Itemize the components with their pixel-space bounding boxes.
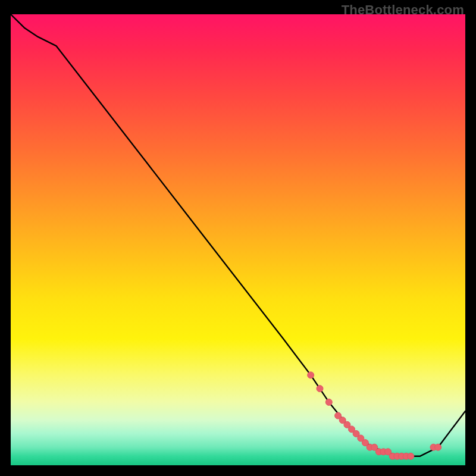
bottleneck-curve [11,14,465,456]
plot-svg [11,14,465,465]
marker-dot [308,372,314,378]
marker-dot [435,444,441,450]
marker-dot [317,386,323,392]
chart-frame: TheBottleneck.com [0,0,476,476]
marker-dot [408,453,414,459]
marker-dots [308,372,441,459]
watermark-text: TheBottleneck.com [342,2,464,18]
plot-area [11,14,465,465]
marker-dot [325,399,332,405]
